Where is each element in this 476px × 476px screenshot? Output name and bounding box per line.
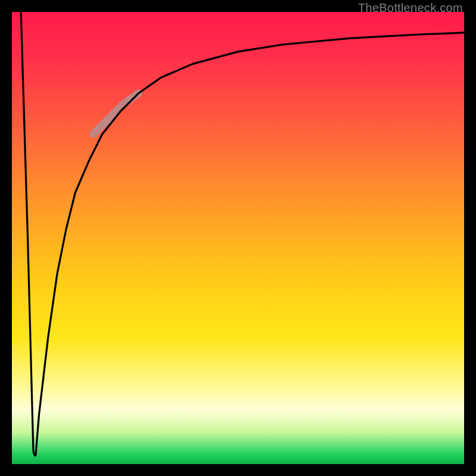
chart-svg bbox=[12, 12, 464, 464]
chart-frame: TheBottleneck.com bbox=[0, 0, 476, 476]
plot-area bbox=[12, 12, 464, 464]
bottleneck-curve bbox=[21, 12, 464, 456]
